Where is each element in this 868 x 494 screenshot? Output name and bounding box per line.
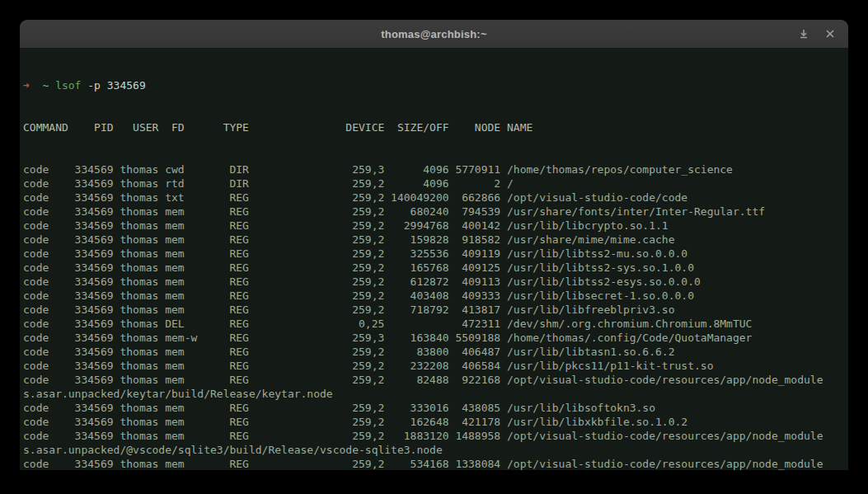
prompt-command: lsof bbox=[55, 79, 81, 92]
close-icon[interactable] bbox=[823, 27, 837, 40]
prompt-arrow: ➜ bbox=[23, 79, 30, 92]
download-icon[interactable] bbox=[797, 27, 810, 40]
terminal-content[interactable]: ➜ ~ lsof -p 334569 COMMAND PID USER FD T… bbox=[20, 48, 848, 470]
titlebar[interactable]: thomas@archbish:~ bbox=[20, 20, 848, 48]
lsof-header: COMMAND PID USER FD TYPE DEVICE SIZE/OFF… bbox=[23, 120, 848, 134]
window-title: thomas@archbish:~ bbox=[381, 28, 486, 40]
prompt-line: ➜ ~ lsof -p 334569 bbox=[23, 78, 848, 92]
terminal-window: thomas@archbish:~ bbox=[20, 20, 848, 470]
lsof-output: code 334569 thomas cwd DIR 259,3 4096 57… bbox=[23, 162, 848, 470]
prompt-args: -p 334569 bbox=[87, 79, 145, 92]
titlebar-buttons bbox=[797, 20, 837, 48]
